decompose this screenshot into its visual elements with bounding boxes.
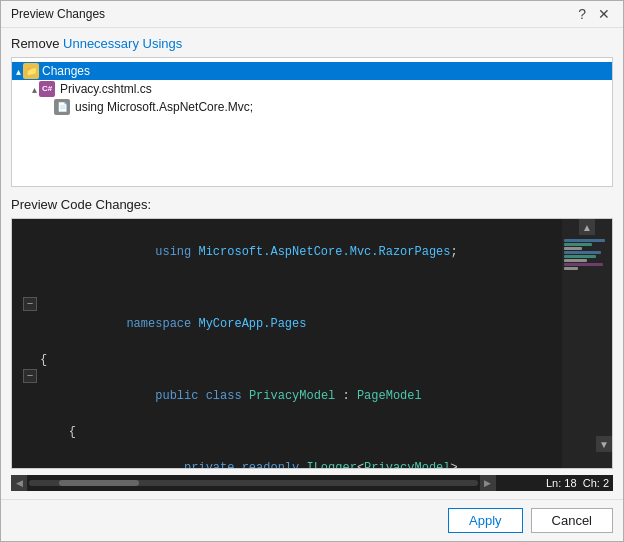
title-controls: ? ✕ [575, 7, 613, 21]
status-ch: Ch: 2 [583, 477, 609, 489]
cancel-button[interactable]: Cancel [531, 508, 613, 533]
minimap: ▲ ▼ [562, 219, 612, 468]
tree-label-changes: Changes [42, 64, 90, 78]
tree-label-using: using Microsoft.AspNetCore.Mvc; [75, 100, 253, 114]
status-ln-ch: Ln: 18 Ch: 2 [546, 477, 613, 489]
minimap-line [564, 267, 578, 270]
code-line-empty1 [20, 279, 554, 297]
minimap-line [564, 263, 603, 266]
tree-item-file[interactable]: ▴ C# Privacy.cshtml.cs [12, 80, 612, 98]
status-ln: Ln: 18 [546, 477, 577, 489]
scroll-right-btn[interactable]: ▶ [480, 475, 496, 491]
tree-arrow-changes: ▴ [16, 66, 21, 77]
code-line-class: − public class PrivacyModel : PageModel [20, 369, 554, 423]
help-button[interactable]: ? [575, 7, 589, 21]
gutter-ns: − [20, 297, 40, 311]
code-line-ns: − namespace MyCoreApp.Pages [20, 297, 554, 351]
code-line-brace2: { [20, 423, 554, 441]
code-line-brace1: { [20, 351, 554, 369]
collapse-ns-btn[interactable]: − [23, 297, 37, 311]
code-editor[interactable]: using Microsoft.AspNetCore.Mvc.RazorPage… [12, 219, 562, 468]
dialog-content: Remove Unnecessary Usings ▴ 📁 Changes ▴ … [1, 28, 623, 499]
minimap-line [564, 247, 582, 250]
file-icon: 📄 [54, 99, 70, 115]
preview-changes-dialog: Preview Changes ? ✕ Remove Unnecessary U… [0, 0, 624, 542]
minimap-scroll-down[interactable]: ▼ [596, 436, 612, 452]
line-text-priv: private readonly ILogger<PrivacyModel> _ [40, 441, 554, 468]
tree-arrow-file: ▴ [32, 84, 37, 95]
tree-label-file: Privacy.cshtml.cs [60, 82, 152, 96]
code-line-private: private readonly ILogger<PrivacyModel> _ [20, 441, 554, 468]
minimap-line [564, 239, 605, 242]
line-text-class: public class PrivacyModel : PageModel [40, 369, 554, 423]
dialog-title: Preview Changes [11, 7, 105, 21]
line-text-1: using Microsoft.AspNetCore.Mvc.RazorPage… [40, 225, 554, 279]
line-text-ns: namespace MyCoreApp.Pages [40, 297, 554, 351]
gutter-class: − [20, 369, 40, 383]
minimap-line [564, 255, 596, 258]
tree-item-changes[interactable]: ▴ 📁 Changes [12, 62, 612, 80]
minimap-content [562, 235, 612, 275]
minimap-line [564, 243, 592, 246]
bottom-bar: Apply Cancel [1, 499, 623, 541]
minimap-line [564, 259, 587, 262]
close-button[interactable]: ✕ [595, 7, 613, 21]
h-scrollbar-track[interactable] [29, 480, 478, 486]
scroll-left-btn[interactable]: ◀ [11, 475, 27, 491]
cs-icon: C# [39, 81, 55, 97]
minimap-line [564, 251, 601, 254]
collapse-class-btn[interactable]: − [23, 369, 37, 383]
code-line-1: using Microsoft.AspNetCore.Mvc.RazorPage… [20, 225, 554, 279]
apply-button[interactable]: Apply [448, 508, 523, 533]
line-text-b2: { [40, 423, 554, 441]
minimap-scroll-up[interactable]: ▲ [579, 219, 595, 235]
title-bar: Preview Changes ? ✕ [1, 1, 623, 28]
line-text-e1 [40, 279, 554, 297]
section2-label: Preview Code Changes: [11, 197, 613, 212]
tree-item-using[interactable]: 📄 using Microsoft.AspNetCore.Mvc; [12, 98, 612, 116]
scrollbar-area: ◀ ▶ Ln: 18 Ch: 2 [11, 475, 613, 491]
h-scrollbar-thumb[interactable] [59, 480, 139, 486]
section1-label: Remove Unnecessary Usings [11, 36, 613, 51]
changes-tree[interactable]: ▴ 📁 Changes ▴ C# Privacy.cshtml.cs 📄 usi… [11, 57, 613, 187]
code-panel[interactable]: using Microsoft.AspNetCore.Mvc.RazorPage… [11, 218, 613, 469]
line-text-b1: { [40, 351, 554, 369]
folder-icon: 📁 [23, 63, 39, 79]
